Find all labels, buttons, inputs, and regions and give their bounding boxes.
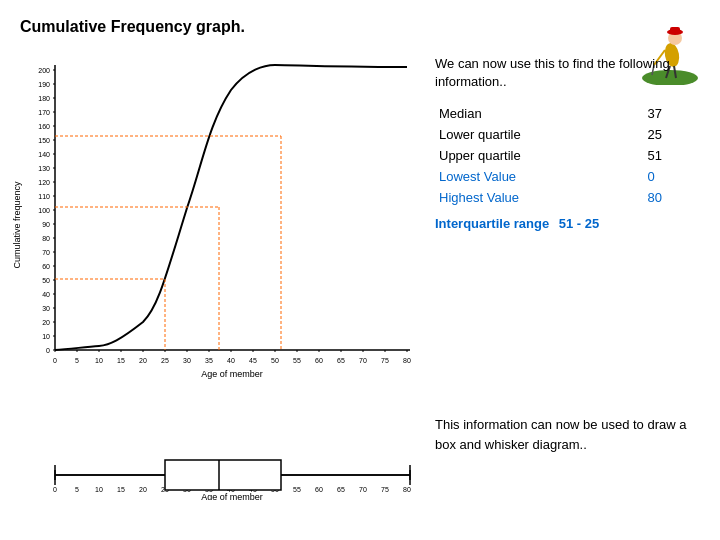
svg-text:65: 65: [337, 357, 345, 364]
svg-text:60: 60: [315, 357, 323, 364]
lowest-value-row: Lowest Value 0: [435, 166, 710, 187]
svg-text:30: 30: [183, 357, 191, 364]
svg-text:180: 180: [38, 95, 50, 102]
svg-text:25: 25: [161, 357, 169, 364]
svg-rect-118: [165, 460, 281, 490]
this-info-text: This information can now be used to draw…: [435, 415, 710, 454]
svg-text:80: 80: [403, 357, 411, 364]
highest-value-row: Highest Value 80: [435, 187, 710, 208]
svg-text:55: 55: [293, 486, 301, 493]
svg-text:70: 70: [359, 486, 367, 493]
svg-text:30: 30: [42, 305, 50, 312]
svg-text:170: 170: [38, 109, 50, 116]
svg-text:70: 70: [42, 249, 50, 256]
svg-text:15: 15: [117, 357, 125, 364]
lower-quartile-value: 25: [627, 124, 710, 145]
svg-text:Age of member: Age of member: [201, 369, 263, 379]
svg-text:110: 110: [38, 193, 50, 200]
svg-text:80: 80: [403, 486, 411, 493]
box-whisker-area: 0 5 10 15 20 25 30 35 40 45 50 55 60 65 …: [10, 420, 430, 500]
svg-text:5: 5: [75, 486, 79, 493]
svg-text:45: 45: [249, 357, 257, 364]
svg-text:5: 5: [75, 357, 79, 364]
svg-text:40: 40: [227, 357, 235, 364]
svg-text:0: 0: [53, 486, 57, 493]
svg-text:0: 0: [53, 357, 57, 364]
median-row: Median 37: [435, 103, 710, 124]
lowest-value-value: 0: [627, 166, 710, 187]
chart-area: Cumulative frequency 0 10 20 30 40 50 60…: [10, 55, 430, 395]
lower-quartile-row: Lower quartile 25: [435, 124, 710, 145]
highest-value-label: Highest Value: [435, 187, 627, 208]
svg-text:65: 65: [337, 486, 345, 493]
chart-svg: Cumulative frequency 0 10 20 30 40 50 60…: [10, 55, 430, 395]
info-panel: We can now use this to find the followin…: [435, 55, 710, 231]
svg-text:70: 70: [359, 357, 367, 364]
svg-text:10: 10: [95, 357, 103, 364]
iqr-value: 51 - 25: [559, 216, 599, 231]
svg-text:60: 60: [42, 263, 50, 270]
svg-text:20: 20: [42, 319, 50, 326]
svg-text:35: 35: [205, 357, 213, 364]
svg-text:50: 50: [42, 277, 50, 284]
svg-text:40: 40: [42, 291, 50, 298]
svg-text:0: 0: [46, 347, 50, 354]
svg-text:Age of member: Age of member: [201, 492, 263, 500]
svg-text:10: 10: [95, 486, 103, 493]
median-value: 37: [627, 103, 710, 124]
upper-quartile-value: 51: [627, 145, 710, 166]
svg-text:80: 80: [42, 235, 50, 242]
box-whisker-svg: 0 5 10 15 20 25 30 35 40 45 50 55 60 65 …: [10, 420, 430, 500]
svg-text:150: 150: [38, 137, 50, 144]
svg-text:140: 140: [38, 151, 50, 158]
upper-quartile-label: Upper quartile: [435, 145, 627, 166]
info-intro: We can now use this to find the followin…: [435, 55, 710, 91]
svg-text:Cumulative frequency: Cumulative frequency: [12, 181, 22, 269]
page-title: Cumulative Frequency graph.: [20, 18, 245, 36]
svg-rect-4: [670, 27, 680, 33]
svg-text:75: 75: [381, 357, 389, 364]
iqr-row: Interquartile range 51 - 25: [435, 216, 710, 231]
lower-quartile-label: Lower quartile: [435, 124, 627, 145]
svg-text:55: 55: [293, 357, 301, 364]
iqr-label: Interquartile range: [435, 216, 549, 231]
upper-quartile-row: Upper quartile 51: [435, 145, 710, 166]
svg-text:100: 100: [38, 207, 50, 214]
svg-text:200: 200: [38, 67, 50, 74]
svg-text:20: 20: [139, 357, 147, 364]
svg-text:90: 90: [42, 221, 50, 228]
svg-text:130: 130: [38, 165, 50, 172]
svg-text:190: 190: [38, 81, 50, 88]
svg-text:75: 75: [381, 486, 389, 493]
svg-text:120: 120: [38, 179, 50, 186]
svg-text:60: 60: [315, 486, 323, 493]
median-label: Median: [435, 103, 627, 124]
svg-text:15: 15: [117, 486, 125, 493]
svg-text:50: 50: [271, 357, 279, 364]
svg-text:10: 10: [42, 333, 50, 340]
svg-text:20: 20: [139, 486, 147, 493]
info-table: Median 37 Lower quartile 25 Upper quarti…: [435, 103, 710, 208]
lowest-value-label: Lowest Value: [435, 166, 627, 187]
svg-text:160: 160: [38, 123, 50, 130]
highest-value-value: 80: [627, 187, 710, 208]
